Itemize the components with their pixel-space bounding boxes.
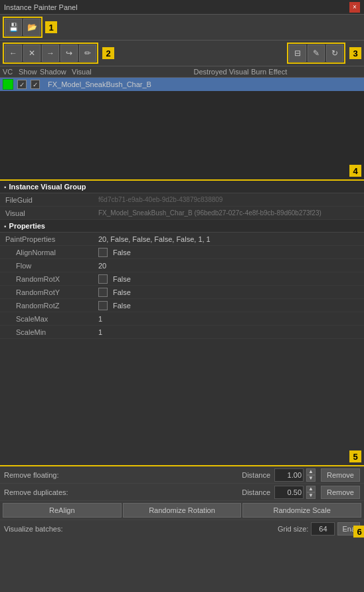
remove-duplicates-down[interactable]: ▼ — [306, 492, 316, 499]
save-button[interactable]: 💾 — [5, 19, 22, 36]
random-rot-y-value: False — [113, 288, 131, 296]
remove-duplicates-button[interactable]: Remove — [321, 486, 360, 499]
folder-button[interactable]: 📂 — [23, 19, 41, 36]
remove-floating-up[interactable]: ▲ — [306, 468, 316, 475]
grid-size-input[interactable] — [311, 522, 335, 536]
bottom-bar: Remove floating: Distance ▲ ▼ Remove Rem… — [0, 466, 364, 538]
random-rot-z-label: RandomRotZ — [5, 302, 98, 310]
instance-visual-group-header: ▪ Instance Visual Group — [0, 181, 364, 193]
visual-label: Visual — [5, 209, 98, 217]
undo-button[interactable]: ← — [5, 45, 22, 62]
file-guid-label: FileGuid — [5, 196, 98, 204]
toolbar-row-2: ← ✕ → ↪ ✏ 2 ⊟ ✎ ↻ 3 — [0, 41, 364, 66]
shadow-checkbox[interactable] — [31, 80, 40, 89]
visualize-row: Visualize batches: Grid size: Ena 6 — [0, 520, 364, 538]
collapse-icon-props: ▪ — [4, 223, 7, 230]
scale-max-label: ScaleMax — [5, 315, 98, 323]
remove-floating-input[interactable] — [274, 468, 304, 482]
remove-floating-down[interactable]: ▼ — [306, 475, 316, 482]
remove-duplicates-row: Remove duplicates: Distance ▲ ▼ Remove — [0, 484, 364, 501]
randomize-rotation-button[interactable]: Randomize Rotation — [123, 503, 242, 518]
toolbar-row-1: 💾 📂 1 — [0, 15, 364, 41]
random-rot-y-label: RandomRotY — [5, 288, 98, 296]
random-rot-z-value: False — [113, 302, 131, 310]
col-vc: VC — [3, 68, 19, 76]
remove-duplicates-distance-label: Distance — [242, 488, 270, 496]
remove-duplicates-input[interactable] — [274, 486, 304, 499]
scale-max-value: 1 — [98, 315, 359, 323]
title-text: Instance Painter Panel — [4, 3, 78, 11]
scale-min-row: ScaleMin 1 — [0, 326, 364, 339]
visual-row: Visual FX_Model_SneakBush_Char_B (96bedb… — [0, 207, 364, 220]
randomize-scale-button[interactable]: Randomize Scale — [242, 503, 361, 518]
remove-floating-spinner: ▲ ▼ — [306, 468, 316, 482]
instance-name: FX_Model_SneakBush_Char_B — [48, 80, 151, 88]
scale-min-value: 1 — [98, 328, 359, 336]
flow-row: Flow 20 — [0, 259, 364, 272]
section-label-3: 3 — [349, 47, 361, 59]
remove-duplicates-label: Remove duplicates: — [4, 488, 239, 496]
collapse-icon: ▪ — [4, 183, 7, 191]
instance-visual-group-title: Instance Visual Group — [9, 183, 86, 191]
random-rot-x-row: RandomRotX False — [0, 272, 364, 286]
redo-left-button[interactable]: ↪ — [60, 45, 78, 62]
scale-min-label: ScaleMin — [5, 328, 98, 336]
title-bar: Instance Painter Panel × — [0, 0, 364, 15]
remove-duplicates-up[interactable]: ▲ — [306, 486, 316, 492]
align-normal-label: AlignNormal — [5, 248, 98, 256]
action-buttons-row: ReAlign Randomize Rotation Randomize Sca… — [0, 501, 364, 520]
scale-max-row: ScaleMax 1 — [0, 312, 364, 326]
properties-panel: ▪ Instance Visual Group FileGuid f6d7cb7… — [0, 181, 364, 466]
col-show: Show — [19, 68, 40, 76]
section-label-1: 1 — [45, 21, 57, 33]
remove-duplicates-spinner: ▲ ▼ — [306, 486, 316, 499]
remove-floating-row: Remove floating: Distance ▲ ▼ Remove — [0, 466, 364, 484]
cancel-button[interactable]: ✕ — [23, 45, 41, 62]
properties-header: ▪ Properties — [0, 220, 364, 233]
align-normal-value: False — [113, 248, 131, 256]
show-checkbox[interactable] — [17, 80, 27, 89]
align-normal-row: AlignNormal False — [0, 246, 364, 259]
table-row[interactable]: FX_Model_SneakBush_Char_B — [0, 78, 364, 91]
grid-size-label: Grid size: — [278, 525, 308, 533]
realign-button[interactable]: ReAlign — [3, 503, 122, 518]
random-rot-y-checkbox[interactable] — [98, 288, 108, 297]
edit-button[interactable]: ✎ — [308, 45, 325, 62]
close-button[interactable]: × — [349, 2, 360, 13]
refresh-button[interactable]: ↻ — [326, 45, 343, 62]
align-normal-checkbox[interactable] — [98, 248, 108, 257]
remove-floating-button[interactable]: Remove — [321, 468, 360, 482]
toolbar-group-3: ⊟ ✎ ↻ — [287, 43, 345, 64]
redo-right-button[interactable]: → — [42, 45, 59, 62]
paint-properties-value: 20, False, False, False, False, 1, 1 — [98, 235, 359, 243]
column-headers: VC Show Shadow Visual Destroyed Visual B… — [0, 66, 364, 78]
col-visual: Visual — [72, 68, 191, 76]
visualize-batches-label: Visualize batches: — [4, 525, 62, 533]
random-rot-x-label: RandomRotX — [5, 275, 98, 283]
section-label-5: 5 — [349, 450, 361, 462]
visual-value: FX_Model_SneakBush_Char_B (96bedb27-027c… — [98, 209, 359, 217]
vc-color-box — [3, 79, 13, 90]
random-rot-x-checkbox[interactable] — [98, 274, 108, 284]
file-guid-row: FileGuid f6d7cb71-e9ab-40eb-9d2b-43879c8… — [0, 193, 364, 207]
paint-properties-label: PaintProperties — [5, 235, 98, 243]
random-rot-z-checkbox[interactable] — [98, 301, 108, 310]
random-rot-x-value: False — [113, 275, 131, 283]
toolbar-group-2: ← ✕ → ↪ ✏ — [3, 43, 98, 64]
paint-properties-row: PaintProperties 20, False, False, False,… — [0, 233, 364, 246]
remove-floating-label: Remove floating: — [4, 471, 239, 479]
file-guid-value: f6d7cb71-e9ab-40eb-9d2b-43879c838809 — [98, 196, 359, 203]
col-shadow: Shadow — [40, 68, 72, 76]
section-label-6: 6 — [353, 526, 364, 538]
remove-floating-distance-label: Distance — [242, 471, 270, 479]
section-label-4: 4 — [349, 165, 361, 177]
flow-value: 20 — [98, 262, 359, 270]
col-destroyed: Destroyed Visual — [191, 68, 251, 76]
instance-list: FX_Model_SneakBush_Char_B 4 — [0, 78, 364, 181]
filter-button[interactable]: ⊟ — [289, 45, 306, 62]
properties-title: Properties — [9, 222, 45, 230]
section-label-2: 2 — [102, 47, 114, 59]
random-rot-y-row: RandomRotY False — [0, 286, 364, 299]
paint-button[interactable]: ✏ — [79, 45, 96, 62]
col-burn: Burn Effect — [251, 68, 304, 76]
